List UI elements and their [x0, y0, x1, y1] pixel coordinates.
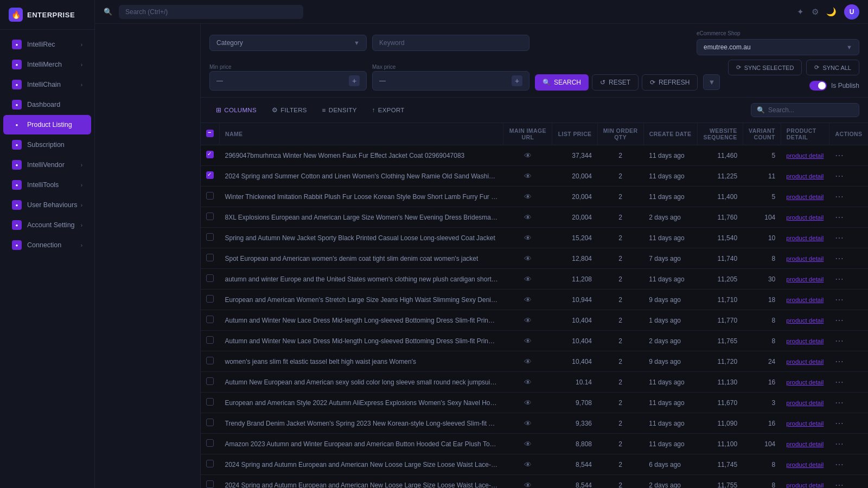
row-actions-0[interactable]: ⋯ — [829, 145, 868, 166]
sidebar-item-user-behaviours[interactable]: ● User Behaviours › — [3, 195, 91, 215]
row-actions-6[interactable]: ⋯ — [829, 269, 868, 290]
export-button[interactable]: ↑ EXPORT — [366, 104, 411, 117]
row-checkbox-cell-3[interactable] — [201, 207, 220, 228]
row-detail-7[interactable]: product detail — [781, 290, 829, 310]
sidebar-item-intellitools[interactable]: ● IntelliTools › — [3, 175, 91, 195]
row-detail-2[interactable]: product detail — [781, 187, 829, 207]
eye-icon-5[interactable]: 👁 — [524, 254, 532, 263]
row-image-5[interactable]: 👁 — [503, 248, 552, 269]
eye-icon-6[interactable]: 👁 — [524, 275, 532, 284]
row-actions-15[interactable]: ⋯ — [829, 454, 868, 475]
row-checkbox-cell-8[interactable] — [201, 310, 220, 331]
row-checkbox-cell-9[interactable] — [201, 331, 220, 351]
eye-icon-3[interactable]: 👁 — [524, 213, 532, 222]
row-actions-1[interactable]: ⋯ — [829, 166, 868, 187]
eye-icon-2[interactable]: 👁 — [524, 192, 532, 201]
dropdown-arrow-extra[interactable]: ▼ — [703, 74, 720, 91]
row-detail-6[interactable]: product detail — [781, 269, 829, 290]
eye-icon-12[interactable]: 👁 — [524, 399, 532, 407]
row-checkbox-7[interactable] — [206, 295, 214, 303]
sidebar-item-subscription[interactable]: ● Subscription — [3, 135, 91, 155]
product-detail-link-3[interactable]: product detail — [786, 214, 824, 221]
row-actions-2[interactable]: ⋯ — [829, 187, 868, 207]
eye-icon-8[interactable]: 👁 — [524, 316, 532, 325]
min-price-input[interactable]: — + — [209, 71, 367, 91]
row-image-11[interactable]: 👁 — [503, 372, 552, 393]
more-menu-12[interactable]: ⋯ — [835, 398, 844, 407]
more-menu-0[interactable]: ⋯ — [835, 151, 844, 160]
row-checkbox-16[interactable] — [206, 480, 214, 488]
row-checkbox-cell-1[interactable] — [201, 166, 220, 187]
product-detail-link-0[interactable]: product detail — [786, 152, 824, 159]
product-detail-link-5[interactable]: product detail — [786, 255, 824, 262]
eye-icon-0[interactable]: 👁 — [524, 151, 532, 160]
sidebar-item-intellivendor[interactable]: ● IntelliVendor › — [3, 155, 91, 175]
columns-button[interactable]: ⊞ COLUMNS — [209, 103, 263, 117]
sidebar-item-product-listing[interactable]: ● Product Listing — [3, 115, 91, 134]
row-image-3[interactable]: 👁 — [503, 207, 552, 228]
row-detail-1[interactable]: product detail — [781, 166, 829, 187]
eye-icon-9[interactable]: 👁 — [524, 337, 532, 345]
density-button[interactable]: ≡ DENSITY — [316, 104, 363, 117]
row-checkbox-14[interactable] — [206, 439, 214, 447]
eye-icon-11[interactable]: 👁 — [524, 378, 532, 387]
sidebar-item-connection[interactable]: ● Connection › — [3, 235, 91, 255]
product-detail-link-2[interactable]: product detail — [786, 194, 824, 200]
row-detail-14[interactable]: product detail — [781, 434, 829, 454]
eye-icon-1[interactable]: 👁 — [524, 172, 532, 181]
product-detail-link-8[interactable]: product detail — [786, 317, 824, 324]
sidebar-item-dashboard[interactable]: ● Dashboard — [3, 95, 91, 114]
product-detail-link-4[interactable]: product detail — [786, 235, 824, 241]
row-checkbox-cell-0[interactable] — [201, 145, 220, 166]
sparkle-icon[interactable]: ✦ — [797, 7, 804, 17]
row-checkbox-15[interactable] — [206, 460, 214, 467]
row-checkbox-8[interactable] — [206, 316, 214, 323]
row-detail-16[interactable]: product detail — [781, 475, 829, 489]
row-checkbox-cell-5[interactable] — [201, 248, 220, 269]
eye-icon-15[interactable]: 👁 — [524, 460, 532, 469]
row-checkbox-9[interactable] — [206, 336, 214, 344]
eye-icon-4[interactable]: 👁 — [524, 234, 532, 242]
row-checkbox-0[interactable] — [206, 151, 214, 158]
row-actions-12[interactable]: ⋯ — [829, 393, 868, 413]
eye-icon-10[interactable]: 👁 — [524, 357, 532, 366]
row-checkbox-cell-4[interactable] — [201, 228, 220, 248]
product-detail-link-11[interactable]: product detail — [786, 379, 824, 386]
row-image-8[interactable]: 👁 — [503, 310, 552, 331]
more-menu-3[interactable]: ⋯ — [835, 213, 844, 222]
row-checkbox-4[interactable] — [206, 233, 214, 241]
row-actions-16[interactable]: ⋯ — [829, 475, 868, 489]
row-checkbox-cell-7[interactable] — [201, 290, 220, 310]
product-detail-link-13[interactable]: product detail — [786, 420, 824, 427]
product-detail-link-1[interactable]: product detail — [786, 173, 824, 179]
product-detail-link-6[interactable]: product detail — [786, 276, 824, 282]
min-price-add-btn[interactable]: + — [349, 75, 360, 86]
product-detail-link-15[interactable]: product detail — [786, 461, 824, 468]
row-checkbox-cell-6[interactable] — [201, 269, 220, 290]
row-detail-10[interactable]: product detail — [781, 351, 829, 372]
row-image-4[interactable]: 👁 — [503, 228, 552, 248]
more-menu-8[interactable]: ⋯ — [835, 316, 844, 325]
row-detail-5[interactable]: product detail — [781, 248, 829, 269]
row-checkbox-cell-14[interactable] — [201, 434, 220, 454]
category-filter[interactable]: Category ▼ — [209, 35, 367, 51]
search-button[interactable]: 🔍 SEARCH — [535, 74, 589, 91]
table-search[interactable]: 🔍 Search... — [751, 103, 859, 117]
row-detail-3[interactable]: product detail — [781, 207, 829, 228]
row-checkbox-cell-16[interactable] — [201, 475, 220, 489]
max-price-add-btn[interactable]: + — [512, 75, 522, 86]
row-image-15[interactable]: 👁 — [503, 454, 552, 475]
more-menu-9[interactable]: ⋯ — [835, 336, 844, 345]
row-checkbox-12[interactable] — [206, 398, 214, 406]
publish-toggle[interactable] — [809, 81, 827, 91]
sync-all-button[interactable]: ⟳ SYNC ALL — [806, 60, 859, 75]
header-checkbox-cell[interactable] — [201, 123, 220, 145]
row-actions-9[interactable]: ⋯ — [829, 331, 868, 351]
row-actions-8[interactable]: ⋯ — [829, 310, 868, 331]
row-detail-9[interactable]: product detail — [781, 331, 829, 351]
product-detail-link-12[interactable]: product detail — [786, 400, 824, 406]
row-image-1[interactable]: 👁 — [503, 166, 552, 187]
row-checkbox-cell-11[interactable] — [201, 372, 220, 393]
sidebar-item-intellichain[interactable]: ● IntelliChain › — [3, 75, 91, 94]
more-menu-14[interactable]: ⋯ — [835, 439, 844, 448]
